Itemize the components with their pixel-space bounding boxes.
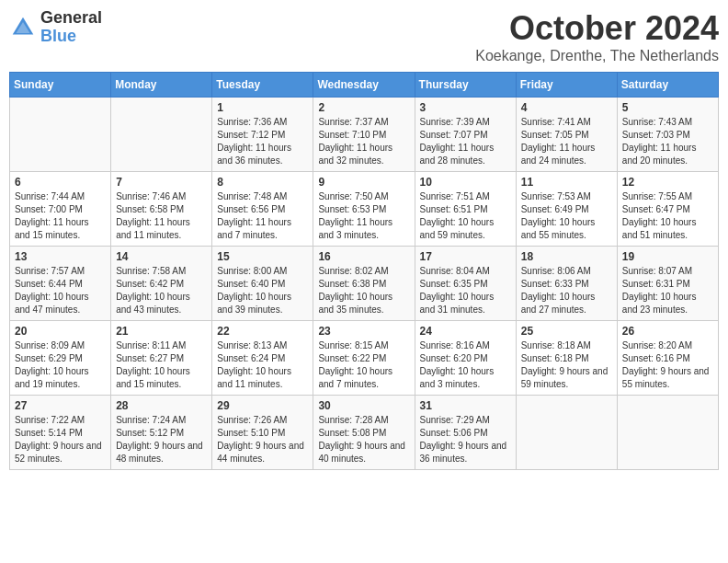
day-cell: 7Sunrise: 7:46 AM Sunset: 6:58 PM Daylig… [111,172,212,247]
page-header: General Blue October 2024 Koekange, Dren… [9,9,719,64]
day-info: Sunrise: 8:00 AM Sunset: 6:40 PM Dayligh… [217,265,308,316]
day-cell: 19Sunrise: 8:07 AM Sunset: 6:31 PM Dayli… [617,247,718,321]
day-info: Sunrise: 7:58 AM Sunset: 6:42 PM Dayligh… [116,265,207,316]
day-info: Sunrise: 8:02 AM Sunset: 6:38 PM Dayligh… [318,265,409,316]
day-info: Sunrise: 8:07 AM Sunset: 6:31 PM Dayligh… [622,265,713,316]
day-number: 17 [420,250,511,263]
day-info: Sunrise: 7:29 AM Sunset: 5:06 PM Dayligh… [420,414,511,465]
week-row-5: 27Sunrise: 7:22 AM Sunset: 5:14 PM Dayli… [10,396,719,470]
day-number: 6 [15,176,106,189]
header-row: SundayMondayTuesdayWednesdayThursdayFrid… [10,73,719,98]
day-cell: 3Sunrise: 7:39 AM Sunset: 7:07 PM Daylig… [415,98,516,172]
day-cell: 2Sunrise: 7:37 AM Sunset: 7:10 PM Daylig… [313,98,415,172]
day-number: 12 [622,176,713,189]
day-number: 16 [318,250,409,263]
day-number: 20 [15,325,106,338]
week-row-3: 13Sunrise: 7:57 AM Sunset: 6:44 PM Dayli… [10,247,719,321]
week-row-1: 1Sunrise: 7:36 AM Sunset: 7:12 PM Daylig… [10,98,719,172]
day-cell: 14Sunrise: 7:58 AM Sunset: 6:42 PM Dayli… [111,247,212,321]
title-location: Koekange, Drenthe, The Netherlands [475,48,719,64]
day-number: 31 [420,399,511,412]
day-cell: 18Sunrise: 8:06 AM Sunset: 6:33 PM Dayli… [516,247,617,321]
day-cell: 21Sunrise: 8:11 AM Sunset: 6:27 PM Dayli… [111,321,212,396]
day-info: Sunrise: 7:22 AM Sunset: 5:14 PM Dayligh… [15,414,106,465]
day-number: 21 [116,325,207,338]
day-number: 14 [116,250,207,263]
day-info: Sunrise: 7:55 AM Sunset: 6:47 PM Dayligh… [622,190,713,242]
day-number: 29 [217,399,308,412]
day-cell: 26Sunrise: 8:20 AM Sunset: 6:16 PM Dayli… [617,321,718,396]
day-cell: 22Sunrise: 8:13 AM Sunset: 6:24 PM Dayli… [212,321,313,396]
title-month: October 2024 [475,9,719,48]
day-cell: 24Sunrise: 8:16 AM Sunset: 6:20 PM Dayli… [415,321,516,396]
day-cell: 29Sunrise: 7:26 AM Sunset: 5:10 PM Dayli… [212,396,313,470]
header-saturday: Saturday [617,73,718,98]
day-cell: 9Sunrise: 7:50 AM Sunset: 6:53 PM Daylig… [313,172,415,247]
day-cell: 23Sunrise: 8:15 AM Sunset: 6:22 PM Dayli… [313,321,415,396]
day-cell: 20Sunrise: 8:09 AM Sunset: 6:29 PM Dayli… [10,321,111,396]
day-info: Sunrise: 8:09 AM Sunset: 6:29 PM Dayligh… [15,339,106,391]
day-cell: 11Sunrise: 7:53 AM Sunset: 6:49 PM Dayli… [516,172,617,247]
day-cell: 28Sunrise: 7:24 AM Sunset: 5:12 PM Dayli… [111,396,212,470]
day-cell: 8Sunrise: 7:48 AM Sunset: 6:56 PM Daylig… [212,172,313,247]
day-info: Sunrise: 8:18 AM Sunset: 6:18 PM Dayligh… [521,339,612,391]
day-cell: 27Sunrise: 7:22 AM Sunset: 5:14 PM Dayli… [10,396,111,470]
day-info: Sunrise: 8:13 AM Sunset: 6:24 PM Dayligh… [217,339,308,391]
day-number: 18 [521,250,612,263]
day-info: Sunrise: 8:06 AM Sunset: 6:33 PM Dayligh… [521,265,612,316]
day-cell: 25Sunrise: 8:18 AM Sunset: 6:18 PM Dayli… [516,321,617,396]
day-cell: 6Sunrise: 7:44 AM Sunset: 7:00 PM Daylig… [10,172,111,247]
logo-icon [9,14,37,41]
day-number: 25 [521,325,612,338]
day-number: 10 [420,176,511,189]
day-number: 19 [622,250,713,263]
week-row-2: 6Sunrise: 7:44 AM Sunset: 7:00 PM Daylig… [10,172,719,247]
day-number: 3 [420,101,511,114]
header-friday: Friday [516,73,617,98]
day-number: 22 [217,325,308,338]
logo-general: General [40,9,102,28]
logo: General Blue [9,9,102,46]
day-number: 9 [318,176,409,189]
week-row-4: 20Sunrise: 8:09 AM Sunset: 6:29 PM Dayli… [10,321,719,396]
day-info: Sunrise: 7:26 AM Sunset: 5:10 PM Dayligh… [217,414,308,465]
day-number: 4 [521,101,612,114]
header-sunday: Sunday [10,73,111,98]
day-cell [10,98,111,172]
day-info: Sunrise: 7:28 AM Sunset: 5:08 PM Dayligh… [318,414,409,465]
day-number: 30 [318,399,409,412]
day-info: Sunrise: 7:36 AM Sunset: 7:12 PM Dayligh… [217,116,308,167]
day-info: Sunrise: 8:15 AM Sunset: 6:22 PM Dayligh… [318,339,409,391]
day-number: 28 [116,399,207,412]
day-cell: 17Sunrise: 8:04 AM Sunset: 6:35 PM Dayli… [415,247,516,321]
day-info: Sunrise: 7:43 AM Sunset: 7:03 PM Dayligh… [622,116,713,167]
day-info: Sunrise: 7:24 AM Sunset: 5:12 PM Dayligh… [116,414,207,465]
day-cell [111,98,212,172]
header-tuesday: Tuesday [212,73,313,98]
day-cell [516,396,617,470]
header-thursday: Thursday [415,73,516,98]
day-info: Sunrise: 7:51 AM Sunset: 6:51 PM Dayligh… [420,190,511,242]
day-number: 15 [217,250,308,263]
day-cell: 31Sunrise: 7:29 AM Sunset: 5:06 PM Dayli… [415,396,516,470]
day-info: Sunrise: 8:11 AM Sunset: 6:27 PM Dayligh… [116,339,207,391]
day-number: 13 [15,250,106,263]
day-cell: 4Sunrise: 7:41 AM Sunset: 7:05 PM Daylig… [516,98,617,172]
day-info: Sunrise: 7:39 AM Sunset: 7:07 PM Dayligh… [420,116,511,167]
day-number: 24 [420,325,511,338]
day-cell: 15Sunrise: 8:00 AM Sunset: 6:40 PM Dayli… [212,247,313,321]
day-info: Sunrise: 8:20 AM Sunset: 6:16 PM Dayligh… [622,339,713,391]
day-info: Sunrise: 7:50 AM Sunset: 6:53 PM Dayligh… [318,190,409,242]
day-cell: 10Sunrise: 7:51 AM Sunset: 6:51 PM Dayli… [415,172,516,247]
day-number: 2 [318,101,409,114]
logo-text: General Blue [40,9,102,46]
calendar-table: SundayMondayTuesdayWednesdayThursdayFrid… [9,72,719,470]
calendar-body: 1Sunrise: 7:36 AM Sunset: 7:12 PM Daylig… [10,98,719,470]
day-number: 5 [622,101,713,114]
day-info: Sunrise: 7:41 AM Sunset: 7:05 PM Dayligh… [521,116,612,167]
day-number: 26 [622,325,713,338]
day-number: 27 [15,399,106,412]
day-cell [617,396,718,470]
day-cell: 1Sunrise: 7:36 AM Sunset: 7:12 PM Daylig… [212,98,313,172]
calendar-header: SundayMondayTuesdayWednesdayThursdayFrid… [10,73,719,98]
